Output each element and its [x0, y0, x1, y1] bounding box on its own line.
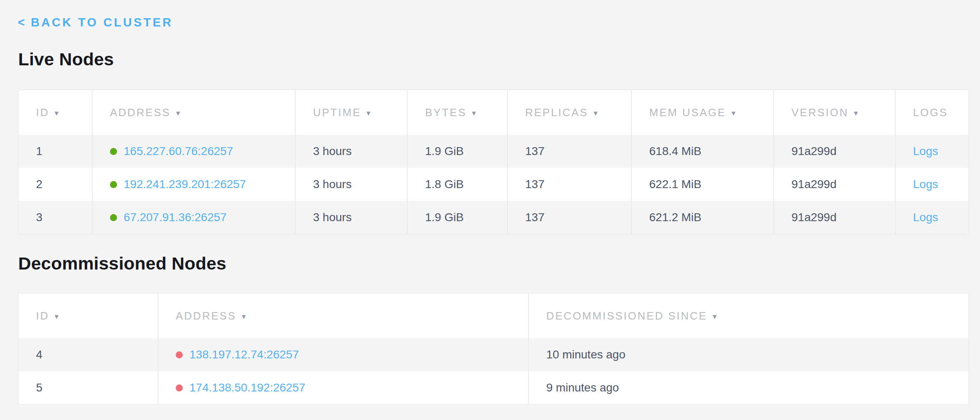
live-nodes-title: Live Nodes	[18, 50, 980, 69]
live-col-header-replicas[interactable]: REPLICAS ▾	[507, 90, 631, 135]
node-id: 1	[36, 145, 43, 158]
decommissioned-since: 9 minutes ago	[546, 381, 619, 394]
node-replicas: 137	[525, 145, 545, 158]
node-uptime: 3 hours	[313, 211, 351, 224]
sort-arrow-icon: ▾	[366, 108, 370, 118]
sort-arrow-icon: ▾	[55, 108, 59, 118]
live-nodes-table: ID ▾ ADDRESS ▾ UPTIME ▾ BYTES ▾ REPLICAS…	[18, 89, 969, 235]
live-status-icon	[110, 214, 117, 221]
node-bytes: 1.9 GiB	[425, 211, 464, 224]
node-logs-link[interactable]: Logs	[913, 145, 938, 158]
sort-arrow-icon: ▾	[854, 108, 858, 118]
table-row: 2 192.241.239.201:26257 3 hours 1.8 GiB …	[19, 168, 968, 201]
node-bytes: 1.9 GiB	[425, 145, 464, 158]
node-address-link[interactable]: 165.227.60.76:26257	[124, 145, 233, 158]
node-id: 2	[36, 178, 43, 191]
live-nodes-header-row: ID ▾ ADDRESS ▾ UPTIME ▾ BYTES ▾ REPLICAS…	[19, 90, 968, 135]
node-id: 3	[36, 211, 43, 224]
live-col-header-logs: LOGS	[895, 90, 968, 135]
decommissioned-since: 10 minutes ago	[546, 348, 625, 361]
node-address-link[interactable]: 174.138.50.192:26257	[189, 381, 305, 394]
node-uptime: 3 hours	[313, 178, 351, 191]
node-uptime: 3 hours	[313, 145, 351, 158]
node-mem-usage: 621.2 MiB	[649, 211, 701, 224]
decommissioned-nodes-table: ID ▾ ADDRESS ▾ DECOMMISSIONED SINCE ▾ 4 …	[18, 293, 969, 405]
node-bytes: 1.8 GiB	[425, 178, 464, 191]
node-address-link[interactable]: 138.197.12.74:26257	[189, 348, 299, 361]
node-version: 91a299d	[791, 145, 837, 158]
node-address-link[interactable]: 192.241.239.201:26257	[124, 178, 246, 191]
decommissioned-col-header-address[interactable]: ADDRESS ▾	[158, 294, 528, 338]
back-to-cluster-link[interactable]: <BACK TO CLUSTER	[18, 16, 173, 29]
sort-arrow-icon: ▾	[712, 312, 717, 321]
node-id: 5	[36, 381, 43, 394]
back-link-label: BACK TO CLUSTER	[31, 16, 173, 29]
live-col-header-bytes[interactable]: BYTES ▾	[407, 90, 507, 135]
node-mem-usage: 622.1 MiB	[649, 178, 701, 191]
node-mem-usage: 618.4 MiB	[649, 145, 701, 158]
decommissioned-nodes-header-row: ID ▾ ADDRESS ▾ DECOMMISSIONED SINCE ▾	[19, 294, 968, 338]
decommissioned-col-header-id[interactable]: ID ▾	[19, 294, 158, 338]
sort-arrow-icon: ▾	[731, 108, 736, 118]
node-replicas: 137	[525, 178, 545, 191]
sort-arrow-icon: ▾	[472, 108, 476, 118]
live-col-header-version[interactable]: VERSION ▾	[773, 90, 895, 135]
decommissioned-col-header-since[interactable]: DECOMMISSIONED SINCE ▾	[528, 294, 968, 338]
sort-arrow-icon: ▾	[55, 312, 59, 321]
live-col-header-id[interactable]: ID ▾	[19, 90, 92, 135]
back-chevron-icon: <	[18, 16, 26, 29]
node-id: 4	[36, 348, 43, 361]
live-col-header-uptime[interactable]: UPTIME ▾	[295, 90, 407, 135]
decommissioned-status-icon	[176, 351, 183, 358]
sort-arrow-icon: ▾	[176, 108, 180, 118]
page-content: <BACK TO CLUSTER Live Nodes ID ▾ ADDRESS…	[0, 0, 980, 405]
node-version: 91a299d	[791, 211, 837, 224]
live-status-icon	[110, 181, 117, 188]
table-row: 3 67.207.91.36:26257 3 hours 1.9 GiB 137…	[19, 201, 968, 234]
node-replicas: 137	[525, 211, 545, 224]
table-row: 5 174.138.50.192:26257 9 minutes ago	[19, 371, 968, 404]
sort-arrow-icon: ▾	[242, 312, 246, 321]
sort-arrow-icon: ▾	[594, 108, 598, 118]
decommissioned-nodes-title: Decommissioned Nodes	[18, 254, 980, 273]
node-logs-link[interactable]: Logs	[913, 178, 938, 191]
table-row: 4 138.197.12.74:26257 10 minutes ago	[19, 338, 968, 371]
node-version: 91a299d	[791, 178, 837, 191]
decommissioned-status-icon	[176, 384, 183, 391]
live-col-header-mem-usage[interactable]: MEM USAGE ▾	[631, 90, 773, 135]
live-status-icon	[110, 148, 117, 155]
node-logs-link[interactable]: Logs	[913, 211, 938, 224]
node-address-link[interactable]: 67.207.91.36:26257	[124, 211, 227, 224]
table-row: 1 165.227.60.76:26257 3 hours 1.9 GiB 13…	[19, 135, 968, 168]
live-col-header-address[interactable]: ADDRESS ▾	[92, 90, 295, 135]
